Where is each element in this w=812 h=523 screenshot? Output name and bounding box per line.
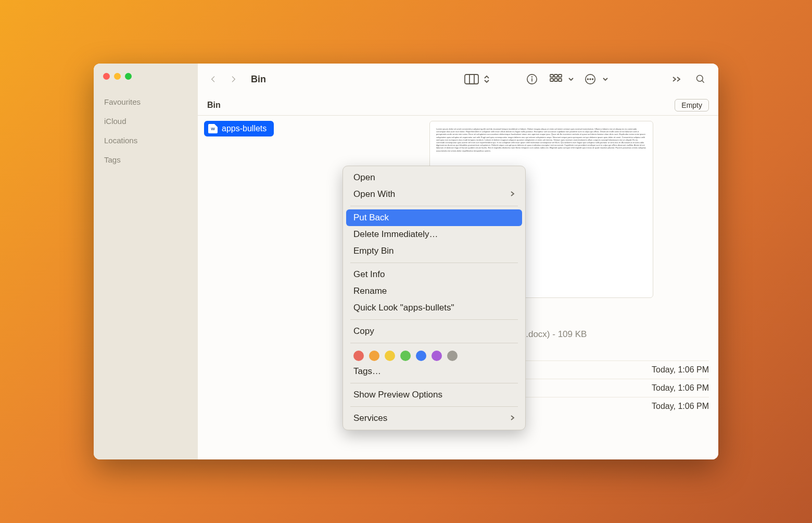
double-chevron-right-icon [672, 76, 681, 82]
menu-item-open[interactable]: Open [343, 169, 525, 186]
info-icon [526, 73, 538, 85]
menu-item-open-with[interactable]: Open With [343, 186, 525, 203]
menu-item-quick-look[interactable]: Quick Look "apps-bullets" [343, 300, 525, 316]
up-down-chevron-icon [484, 74, 490, 84]
tag-red[interactable] [353, 351, 364, 361]
tag-blue[interactable] [416, 351, 426, 361]
search-icon [695, 74, 706, 84]
menu-separator [350, 343, 518, 343]
svg-rect-8 [559, 74, 562, 77]
tag-purple[interactable] [432, 351, 442, 361]
grid-icon [550, 74, 562, 84]
svg-point-13 [588, 79, 589, 80]
chevron-right-icon [229, 75, 237, 83]
fullscreen-window-button[interactable] [125, 73, 132, 80]
metadata-value: Today, 1:06 PM [652, 365, 709, 375]
svg-rect-6 [550, 74, 553, 77]
minimize-window-button[interactable] [114, 73, 121, 80]
menu-separator [350, 406, 518, 407]
back-button[interactable] [206, 72, 221, 86]
group-menu-button[interactable] [566, 71, 576, 87]
svg-rect-0 [465, 74, 478, 84]
file-name: apps-bullets [222, 124, 267, 133]
svg-rect-10 [554, 79, 557, 81]
menu-item-delete-immediately[interactable]: Delete Immediately… [343, 226, 525, 243]
menu-item-label: Services [353, 413, 387, 424]
forward-button[interactable] [226, 72, 240, 86]
chevron-right-icon [510, 189, 515, 200]
svg-point-5 [532, 77, 532, 77]
sidebar-section-tags[interactable]: Tags [94, 150, 198, 169]
menu-separator [350, 206, 518, 206]
menu-item-services[interactable]: Services [343, 410, 525, 427]
sidebar-section-icloud[interactable]: iCloud [94, 111, 198, 131]
window-title: Bin [251, 74, 266, 85]
group-button[interactable] [547, 71, 565, 87]
menu-separator [350, 319, 518, 320]
menu-item-tags[interactable]: Tags… [343, 363, 525, 380]
info-button[interactable] [523, 71, 541, 87]
tag-green[interactable] [400, 351, 411, 361]
sidebar: Favourites iCloud Locations Tags [94, 64, 198, 459]
menu-item-copy[interactable]: Copy [343, 323, 525, 340]
menu-item-label: Open With [353, 189, 395, 200]
metadata-value: Today, 1:06 PM [652, 383, 709, 393]
toolbar: Bin [198, 64, 718, 95]
svg-rect-9 [550, 79, 553, 81]
search-button[interactable] [691, 71, 710, 87]
svg-rect-7 [554, 74, 557, 77]
chevron-right-icon [510, 413, 515, 424]
metadata-value: Today, 1:06 PM [652, 402, 709, 411]
empty-bin-button[interactable]: Empty [675, 99, 709, 111]
tag-color-row [343, 346, 525, 363]
tag-gray[interactable] [447, 351, 458, 361]
path-title: Bin [207, 101, 221, 110]
context-menu: Open Open With Put Back Delete Immediate… [342, 166, 526, 430]
view-columns-button[interactable] [462, 71, 481, 87]
word-document-icon: W [208, 124, 218, 133]
menu-separator [350, 383, 518, 383]
menu-item-get-info[interactable]: Get Info [343, 266, 525, 283]
action-menu-button[interactable] [601, 71, 610, 87]
chevron-down-icon [602, 77, 608, 81]
close-window-button[interactable] [103, 73, 110, 80]
finder-window: Favourites iCloud Locations Tags Bin [94, 64, 718, 459]
svg-rect-11 [559, 79, 562, 81]
action-button[interactable] [581, 71, 600, 87]
menu-item-empty-bin[interactable]: Empty Bin [343, 243, 525, 259]
path-bar: Bin Empty [198, 95, 718, 116]
svg-point-16 [697, 76, 703, 82]
sidebar-section-favourites[interactable]: Favourites [94, 92, 198, 111]
menu-separator [350, 263, 518, 263]
menu-item-show-preview-options[interactable]: Show Preview Options [343, 387, 525, 403]
chevron-left-icon [209, 75, 218, 83]
svg-point-14 [590, 79, 591, 80]
columns-icon [464, 74, 479, 84]
file-item-selected[interactable]: W apps-bullets [204, 121, 274, 136]
menu-item-put-back[interactable]: Put Back [346, 209, 522, 226]
menu-item-rename[interactable]: Rename [343, 283, 525, 300]
view-menu-button[interactable] [482, 71, 491, 87]
tag-yellow[interactable] [385, 351, 395, 361]
svg-point-15 [592, 79, 593, 80]
window-controls [94, 71, 198, 92]
chevron-down-icon [568, 77, 574, 81]
tag-orange[interactable] [369, 351, 379, 361]
svg-line-17 [702, 81, 704, 83]
overflow-button[interactable] [667, 71, 686, 87]
file-list-column: W apps-bullets [198, 116, 364, 459]
sidebar-section-locations[interactable]: Locations [94, 131, 198, 150]
ellipsis-circle-icon [585, 73, 596, 85]
